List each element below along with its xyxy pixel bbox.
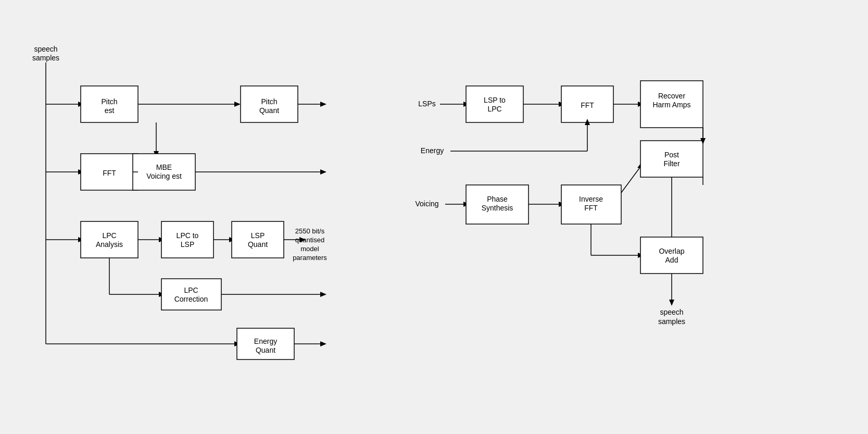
lpc-correction-label2: Correction [174,295,208,303]
mbe-label: MBE [156,163,172,171]
post-filter-label: Post [664,151,679,159]
phase-synthesis-label2: Synthesis [482,204,513,212]
energy-label: Energy [421,146,444,155]
lpc-to-lsp-label2: LSP [181,240,194,249]
recover-harm-label2: Harm Amps [652,101,690,109]
arrow-pitch [234,102,241,107]
recover-harm-label: Recover [658,92,685,100]
lsps-label: LSPs [418,100,435,108]
arrow-corr-out [320,292,326,297]
right-fft-label: FFT [581,101,594,109]
phase-synthesis-label: Phase [487,195,508,203]
lpc-analysis-label2: Analysis [96,240,123,249]
lsp-quant-label2: Quant [248,240,268,249]
inverse-fft-label: Inverse [579,195,603,203]
energy-quant-label: Energy [254,337,277,345]
inverse-fft-label2: FFT [584,204,598,212]
bitrate-label: 2550 bit/s [295,227,325,235]
energy-quant-label2: Quant [256,346,275,354]
lsp-to-lpc-label: LSP to [484,96,506,104]
pitch-quant-label2: Quant [259,106,279,115]
left-input-label2: samples [32,54,59,62]
lsp-to-lpc-label2: LPC [487,105,501,113]
voicing-label: Voicing [415,200,438,208]
pitch-est-label: Pitch [101,97,117,106]
diagram-container: speech samples Pitch est FFT LPC Analysi… [0,0,868,434]
right-output-label: speech [660,308,683,316]
mbe-label2: Voicing est [146,172,182,180]
overlap-add-label2: Add [665,256,678,264]
lpc-correction-label: LPC [184,286,198,294]
arrow-pitch-out [320,102,326,107]
svg-line-24 [621,167,640,193]
lsp-quant-label: LSP [251,231,265,240]
bitrate-label4: parameters [293,254,327,262]
pitch-est-label2: est [105,106,115,115]
arrow-mbe-out [320,169,326,175]
post-filter-label2: Filter [663,159,680,168]
left-fft-label: FFT [103,169,116,177]
arrow-output [669,300,674,306]
arrow-energy-out [320,341,326,346]
overlap-add-label: Overlap [659,247,684,255]
bitrate-label3: model [300,245,319,253]
lpc-to-lsp-label: LPC to [177,231,199,240]
pitch-quant-label: Pitch [261,97,277,106]
bitrate-label2: quantised [295,236,324,244]
left-input-label: speech [34,45,57,53]
lpc-analysis-label: LPC [102,231,116,240]
right-output-label2: samples [658,317,685,326]
